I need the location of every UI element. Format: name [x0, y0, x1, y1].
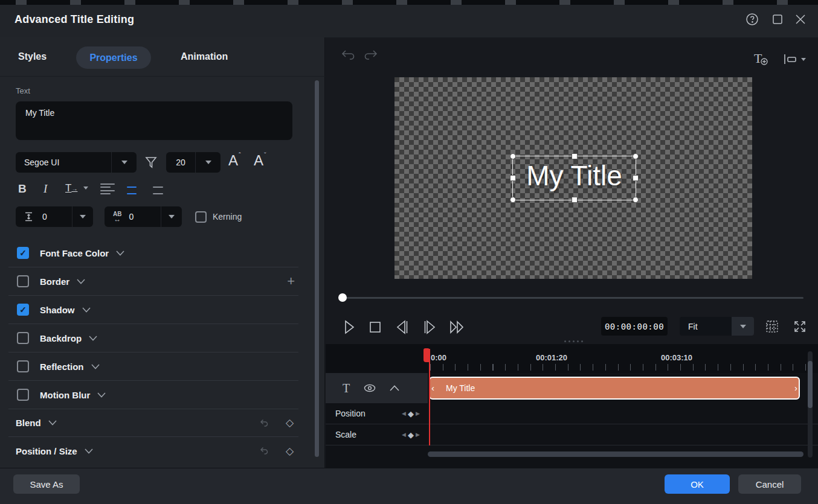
timeline-horizontal-scrollbar[interactable]: [428, 451, 804, 457]
stop-icon[interactable]: [369, 321, 382, 334]
selection-handle[interactable]: [633, 175, 639, 181]
playhead-line[interactable]: [429, 349, 430, 445]
motion-blur-checkbox[interactable]: [17, 389, 29, 401]
collapse-track-icon[interactable]: [390, 385, 399, 391]
preview-canvas[interactable]: My Title: [395, 77, 752, 279]
bold-icon[interactable]: B: [18, 182, 27, 196]
section-backdrop: Backdrop: [8, 324, 298, 352]
border-checkbox[interactable]: [17, 275, 29, 287]
font-family-select[interactable]: Segoe UI: [16, 152, 111, 173]
add-keyframe-icon[interactable]: ◆: [408, 409, 414, 418]
text-transform-icon[interactable]: T→: [65, 182, 77, 194]
chevron-down-icon: [801, 58, 806, 61]
selection-handle[interactable]: [633, 153, 639, 159]
title-position-icon[interactable]: [783, 53, 806, 65]
help-icon[interactable]: [744, 11, 760, 27]
ok-button[interactable]: OK: [665, 474, 730, 494]
text-transform-dropdown-arrow[interactable]: [83, 190, 88, 200]
title-selection-box[interactable]: My Title: [512, 156, 636, 200]
reflection-checkbox[interactable]: [17, 360, 29, 372]
backdrop-checkbox[interactable]: [17, 332, 29, 344]
keyframe-diamond-icon[interactable]: ◇: [286, 445, 294, 458]
font-face-color-checkbox[interactable]: ✓: [17, 247, 29, 259]
add-keyframe-icon[interactable]: ◆: [408, 430, 414, 439]
add-border-icon[interactable]: +: [287, 273, 295, 289]
tab-properties[interactable]: Properties: [76, 46, 151, 69]
letter-spacing-dropdown-arrow[interactable]: [161, 206, 182, 227]
selection-handle[interactable]: [633, 197, 639, 203]
letter-spacing-input[interactable]: AB↔ 0: [105, 206, 161, 227]
line-spacing-dropdown-arrow[interactable]: [72, 206, 93, 227]
cancel-button[interactable]: Cancel: [738, 474, 801, 494]
reset-icon[interactable]: [258, 417, 270, 429]
decrease-font-size-icon[interactable]: Aˇ: [254, 152, 266, 169]
shadow-checkbox[interactable]: ✓: [17, 304, 29, 316]
next-keyframe-icon[interactable]: ▶: [416, 432, 420, 438]
redo-icon[interactable]: [362, 48, 379, 64]
save-as-button[interactable]: Save As: [13, 474, 80, 494]
tab-animation[interactable]: Animation: [181, 51, 228, 62]
timeline-clip-my-title[interactable]: ‹ My Title ›: [429, 377, 800, 400]
selection-handle[interactable]: [510, 153, 516, 159]
keyframe-diamond-icon[interactable]: ◇: [286, 416, 294, 429]
chevron-down-icon: [169, 215, 175, 219]
chevron-down-icon: [121, 161, 127, 164]
font-family-dropdown-arrow[interactable]: [111, 152, 137, 173]
selection-handle[interactable]: [510, 175, 516, 181]
track-header: T: [326, 373, 428, 403]
seek-bar[interactable]: [338, 297, 804, 299]
zoom-mode-dropdown-arrow[interactable]: [732, 317, 754, 336]
playhead-handle[interactable]: [423, 348, 430, 362]
chevron-down-icon[interactable]: [97, 392, 106, 398]
font-size-dropdown-arrow[interactable]: [195, 152, 221, 173]
tab-styles[interactable]: Styles: [18, 51, 47, 62]
title-text-input[interactable]: My Title: [16, 101, 292, 140]
zoom-mode-select[interactable]: Fit: [680, 317, 732, 336]
previous-frame-icon[interactable]: [395, 319, 411, 336]
chevron-down-icon[interactable]: [89, 336, 97, 341]
chevron-down-icon[interactable]: [77, 279, 85, 284]
font-size-input[interactable]: 20: [166, 152, 195, 173]
undo-icon[interactable]: [340, 48, 356, 64]
chevron-down-icon[interactable]: [85, 448, 93, 454]
close-icon[interactable]: [793, 11, 808, 27]
kerning-checkbox[interactable]: [195, 211, 207, 223]
reset-icon[interactable]: [258, 445, 270, 457]
kerning-label: Kerning: [213, 212, 242, 222]
maximize-icon[interactable]: [770, 11, 785, 27]
selection-handle[interactable]: [572, 153, 578, 159]
align-center-icon[interactable]: [124, 183, 139, 194]
grid-icon[interactable]: [765, 319, 779, 334]
keyframe-navigator: ◀ ◆ ▶: [402, 409, 420, 418]
chevron-down-icon[interactable]: [91, 364, 100, 369]
text-field-label: Text: [16, 86, 30, 95]
preview-title-text[interactable]: My Title: [513, 159, 636, 192]
keyframe-navigator: ◀ ◆ ▶: [402, 430, 420, 439]
chevron-down-icon[interactable]: [116, 250, 124, 256]
panel-resize-handle[interactable]: [564, 340, 583, 342]
align-right-icon[interactable]: [149, 183, 163, 194]
next-frame-icon[interactable]: [422, 319, 437, 336]
left-panel-scrollbar[interactable]: [315, 80, 319, 457]
font-filter-icon[interactable]: [144, 155, 158, 170]
next-keyframe-icon[interactable]: ▶: [416, 410, 420, 416]
trim-right-handle[interactable]: ›: [794, 383, 797, 393]
chevron-down-icon[interactable]: [48, 420, 57, 426]
selection-handle[interactable]: [572, 197, 578, 203]
chevron-down-icon[interactable]: [82, 307, 91, 313]
previous-keyframe-icon[interactable]: ◀: [402, 410, 406, 416]
fullscreen-icon[interactable]: [793, 319, 807, 334]
visibility-eye-icon[interactable]: [363, 383, 376, 394]
align-left-icon[interactable]: [100, 183, 115, 194]
fast-forward-icon[interactable]: [448, 319, 468, 336]
play-icon[interactable]: [342, 319, 356, 336]
line-spacing-input[interactable]: 0: [16, 206, 72, 227]
selection-handle[interactable]: [510, 197, 516, 203]
increase-font-size-icon[interactable]: Aˆ: [228, 152, 241, 169]
seek-thumb[interactable]: [338, 293, 347, 302]
add-text-icon[interactable]: T: [754, 51, 768, 66]
trim-left-handle[interactable]: ‹: [431, 383, 434, 393]
timeline-vertical-scrollbar[interactable]: [808, 361, 813, 408]
previous-keyframe-icon[interactable]: ◀: [402, 432, 406, 438]
italic-icon[interactable]: I: [43, 182, 47, 196]
